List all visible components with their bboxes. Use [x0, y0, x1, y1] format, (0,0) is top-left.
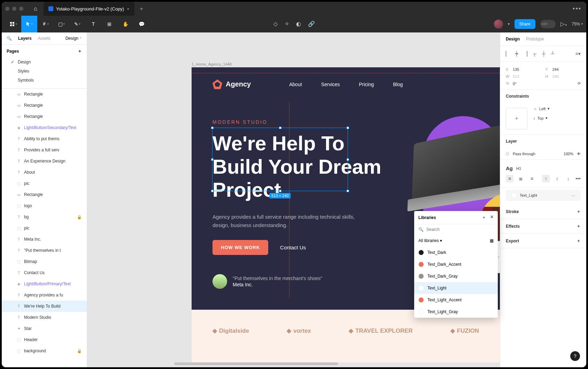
layer-label: Bitmap	[24, 259, 37, 264]
hand-tool-icon[interactable]: ✋	[117, 16, 133, 32]
layer-row[interactable]: ◈Light/Button/Primary/Text	[2, 278, 87, 289]
main-menu-icon[interactable]: ▾	[5, 16, 21, 32]
close-tab-icon[interactable]: ×	[127, 6, 130, 12]
blend-mode-select[interactable]: Pass through	[513, 152, 535, 156]
comment-tool-icon[interactable]: 💬	[133, 16, 149, 32]
dev-mode-toggle[interactable]: </>	[540, 20, 556, 28]
canvas-h-scrollbar[interactable]	[174, 362, 338, 365]
assets-tab[interactable]: Assets	[38, 36, 51, 41]
bounding-box-icon[interactable]: ◇	[273, 21, 278, 27]
shape-tool-icon[interactable]: ▢▾	[53, 16, 69, 32]
layer-row[interactable]: TProvides a full serv	[2, 144, 87, 156]
help-button[interactable]: ?	[570, 351, 580, 361]
w-field[interactable]: W513	[506, 74, 541, 78]
resources-tool-icon[interactable]: ⊞	[101, 16, 117, 32]
library-color-item[interactable]: Text_Light_Gray	[414, 306, 498, 318]
close-libraries-icon[interactable]: ✕	[490, 214, 494, 220]
layer-row[interactable]: ⬚pic	[2, 223, 87, 234]
library-color-item[interactable]: Text_Dark_Gray	[414, 270, 498, 282]
share-button[interactable]: Share	[514, 19, 535, 29]
layer-row[interactable]: ⬚Bitmap	[2, 256, 87, 267]
add-library-icon[interactable]: ＋	[482, 214, 486, 220]
layer-row[interactable]: ▭Rectangle	[2, 100, 87, 111]
user-avatar[interactable]	[494, 20, 503, 29]
layer-label: Rectangle	[24, 92, 43, 97]
text-tool-icon[interactable]: T	[85, 16, 101, 32]
add-page-icon[interactable]: ＋	[78, 48, 82, 54]
constraint-h[interactable]: ↔ Left ▾	[533, 106, 550, 111]
frame-label[interactable]: 1_Home_Agency_1440	[192, 62, 232, 66]
fill-style-row[interactable]: Text_Light —	[506, 190, 581, 201]
layer-row[interactable]: ◈Light/Button/Secondary/Text	[2, 122, 87, 133]
x-field[interactable]: X135	[506, 67, 541, 71]
layer-row[interactable]: TAbout	[2, 167, 87, 178]
add-effect-icon[interactable]: ＋	[577, 223, 581, 229]
text-valign-bottom-icon: ↓	[564, 175, 572, 182]
layer-row[interactable]: TMeta Inc.	[2, 234, 87, 245]
page-item[interactable]: Design	[9, 58, 82, 67]
layer-row[interactable]: TWe're Help To Build	[2, 301, 87, 312]
libraries-search-input[interactable]	[426, 227, 494, 232]
rotation-field[interactable]: ⟲0°	[506, 81, 541, 86]
library-color-item[interactable]: Text_Dark_Accent	[414, 258, 498, 270]
layer-row[interactable]: Tbg🔒	[2, 211, 87, 223]
page-item[interactable]: Symbols	[9, 76, 82, 85]
add-stroke-icon[interactable]: ＋	[577, 209, 581, 214]
lock-icon[interactable]: 🔒	[77, 215, 82, 219]
layer-row[interactable]: TAgency provides a fu	[2, 289, 87, 301]
visibility-icon[interactable]: 👁	[577, 152, 581, 156]
h-field[interactable]: H240	[546, 74, 581, 78]
layer-row[interactable]: ▭Rectangle	[2, 89, 87, 100]
constraint-v[interactable]: ↕ Top ▾	[533, 116, 550, 120]
mask-icon[interactable]: ◐	[296, 21, 301, 27]
pen-tool-icon[interactable]: ✎▾	[69, 16, 85, 32]
lock-icon[interactable]: 🔒	[77, 349, 82, 353]
search-icon[interactable]: 🔍	[7, 36, 12, 41]
layer-row[interactable]: TAbility to put thems	[2, 133, 87, 144]
zoom-control[interactable]: 75%▾	[572, 22, 583, 27]
layer-row[interactable]: T"Put themselves in t	[2, 245, 87, 256]
layer-row[interactable]: ⬚background🔒	[2, 345, 87, 356]
layer-row[interactable]: ▭Rectangle	[2, 111, 87, 122]
constraints-widget[interactable]	[506, 108, 527, 129]
document-tab[interactable]: Yotako-Playground-File-v2 (Copy) ×	[44, 2, 134, 16]
frame-tool-icon[interactable]: ＃▾	[37, 16, 53, 32]
link-icon[interactable]: 🔗	[308, 21, 315, 27]
component-icon[interactable]: ✧	[285, 21, 289, 27]
layer-row[interactable]: ⬚Header	[2, 334, 87, 345]
y-field[interactable]: Y244	[546, 67, 581, 71]
design-tab[interactable]: Design	[506, 37, 520, 42]
detach-style-icon[interactable]: —	[571, 193, 575, 197]
layers-tab[interactable]: Layers	[18, 36, 32, 41]
alignment-controls[interactable]: ▏┿▕ ┬┼┴ ≡▾	[506, 50, 581, 58]
lock-aspect-icon[interactable]: ⟳	[578, 81, 581, 86]
layer-row[interactable]: ✦Star	[2, 323, 87, 334]
more-icon[interactable]: •••	[573, 5, 581, 13]
library-color-item[interactable]: Text_Light	[414, 282, 498, 294]
layer-row[interactable]: ⬚logo	[2, 200, 87, 211]
new-tab-icon[interactable]: ＋	[139, 5, 144, 13]
library-filter-select[interactable]: All libraries ▾	[418, 238, 442, 243]
text-style-name[interactable]: H1	[516, 166, 521, 171]
align-vcenter-icon: ┼	[542, 51, 546, 57]
library-color-item[interactable]: Text_Light_Accent	[414, 294, 498, 306]
layer-row[interactable]: TAn Experience Design	[2, 156, 87, 167]
opacity-field[interactable]: 100%	[564, 152, 573, 156]
grid-view-icon[interactable]: ▦	[490, 238, 494, 243]
layer-row[interactable]: TContact Us	[2, 267, 87, 278]
layer-row[interactable]: TModern Studio	[2, 312, 87, 323]
text-align-controls[interactable]: ≡ ≣ ≡ ↑ ↕ ↓ •••	[506, 173, 581, 184]
add-export-icon[interactable]: ＋	[577, 238, 581, 244]
layer-row[interactable]: ⬚pic	[2, 178, 87, 189]
avatar-caret-icon[interactable]: ▾	[508, 22, 510, 26]
page-item[interactable]: Styles	[9, 67, 82, 76]
window-controls[interactable]	[5, 7, 23, 11]
blend-mode-icon[interactable]: ◌	[506, 151, 509, 156]
layer-row[interactable]: ▭Rectangle	[2, 189, 87, 200]
home-icon[interactable]: ⌂	[34, 6, 37, 12]
design-dropdown[interactable]: Design ⌃	[65, 36, 82, 41]
present-icon[interactable]: ▷ ▾	[560, 21, 567, 27]
move-tool-icon[interactable]: ▾	[21, 16, 37, 32]
prototype-tab[interactable]: Prototype	[526, 37, 544, 42]
library-color-item[interactable]: Text_Dark	[414, 247, 498, 258]
